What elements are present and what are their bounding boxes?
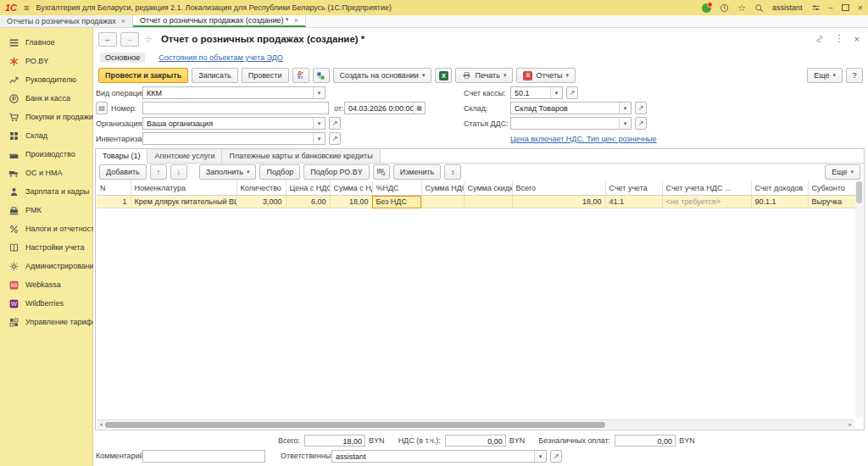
column-header-vat-rate[interactable]: %НДС <box>372 181 421 196</box>
tab-retail-report-create[interactable]: Отчет о розничных продажах (создание) * … <box>133 15 306 27</box>
scrollbar-thumb[interactable] <box>105 422 605 428</box>
move-row-down-button[interactable]: ↓ <box>170 164 187 180</box>
number-input[interactable] <box>142 102 329 114</box>
cell-subconto[interactable]: Выручка <box>808 196 859 208</box>
sidebar-item-pokupki-prodazhi[interactable]: Покупки и продажи <box>0 108 92 126</box>
export-excel-button[interactable]: X <box>435 68 452 83</box>
column-header-discount-amount[interactable]: Сумма скидки <box>464 181 512 196</box>
responsible-field[interactable]: assistant ▾ <box>331 450 547 463</box>
calendar-icon[interactable]: ▦ <box>413 103 425 114</box>
close-tab-icon[interactable]: × <box>121 17 125 25</box>
cell-quantity[interactable]: 3,000 <box>236 196 286 208</box>
create-based-on-button[interactable]: Создать на основании▾ <box>333 68 432 83</box>
cell-account[interactable]: 41.1 <box>605 196 662 208</box>
open-inventory-button[interactable]: ↗ <box>329 132 341 145</box>
help-button[interactable]: ? <box>846 68 863 83</box>
number-settings-button[interactable]: ▤ <box>96 102 108 114</box>
dds-article-field[interactable]: ▾ <box>510 117 632 130</box>
sidebar-item-administrirovanie[interactable]: Администрирование <box>0 257 92 275</box>
sidebar-item-wildberries[interactable]: W Wildberries <box>0 294 92 313</box>
search-icon[interactable] <box>754 3 764 13</box>
sidebar-item-rukovoditelyu[interactable]: Руководителю <box>0 70 92 89</box>
sidebar-item-roby[interactable]: РО.BY <box>0 52 92 70</box>
reports-button[interactable]: ≣Отчеты▾ <box>516 68 576 83</box>
column-header-vat-account[interactable]: Счет учета НДС ... <box>662 181 751 196</box>
write-button[interactable]: Записать <box>192 68 237 83</box>
table-more-button[interactable]: Еще▾ <box>825 164 860 180</box>
more-menu-icon[interactable]: ⋮ <box>835 33 844 44</box>
open-cash-account-button[interactable]: ↗ <box>566 86 578 99</box>
cell-vat-amount[interactable] <box>421 196 464 208</box>
column-header-account[interactable]: Счет учета <box>605 181 662 196</box>
sidebar-item-main[interactable]: Главное <box>0 33 92 52</box>
sidebar-item-bank-kassa[interactable]: Банк и касса <box>0 89 92 108</box>
tab-retail-reports-list[interactable]: Отчеты о розничных продажах × <box>0 15 133 27</box>
cell-vat-rate-current[interactable]: Без НДС <box>372 196 421 208</box>
barcode-scan-button[interactable] <box>373 164 390 180</box>
cell-n[interactable]: 1 <box>97 196 131 208</box>
scrollbar-thumb[interactable] <box>856 181 862 203</box>
price-includes-vat-link[interactable]: Цена включает НДС. Тип цен: розничные <box>510 135 657 143</box>
sidebar-item-proizvodstvo[interactable]: Производство <box>0 145 92 164</box>
tab-agent-services[interactable]: Агентские услуги <box>147 149 222 163</box>
current-user[interactable]: assistant <box>772 3 803 12</box>
nav-edo-states-link[interactable]: Состояния по объектам учета ЭДО <box>159 53 283 62</box>
maximize-button[interactable] <box>842 4 849 11</box>
column-header-quantity[interactable]: Количество <box>236 181 286 196</box>
history-icon[interactable] <box>720 3 729 13</box>
sidebar-item-webkassa[interactable]: Webkassa <box>0 275 92 294</box>
cell-amount-vat[interactable]: 18,00 <box>330 196 372 208</box>
sidebar-item-rmk[interactable]: РМК <box>0 201 92 219</box>
chevron-down-icon[interactable]: ▾ <box>619 103 631 114</box>
open-warehouse-button[interactable]: ↗ <box>635 102 647 114</box>
tab-payment-cards[interactable]: Платежные карты и банковские кредиты <box>222 149 380 163</box>
close-tab-icon[interactable]: × <box>294 16 298 25</box>
column-header-subconto[interactable]: Субконто <box>808 181 859 196</box>
open-organization-button[interactable]: ↗ <box>329 117 341 130</box>
pick-roby-button[interactable]: Подбор РО.BY <box>303 164 370 180</box>
main-menu-icon[interactable]: ≡ <box>24 3 29 13</box>
cell-nomenclature[interactable]: Крем длярук питательный BLOOM cosm... <box>131 196 236 208</box>
cash-account-field[interactable]: 50.1 ▾ <box>510 86 563 99</box>
more-button[interactable]: Еще▾ <box>807 68 843 83</box>
operation-type-select[interactable]: ККМ ▾ <box>142 86 326 99</box>
cell-discount-amount[interactable] <box>464 196 512 208</box>
vertical-scrollbar[interactable] <box>855 181 863 419</box>
sidebar-item-upravlenie-tarifom[interactable]: Управление тарифом <box>0 313 92 331</box>
service-notifications-icon[interactable] <box>702 3 711 13</box>
close-form-button[interactable]: × <box>854 34 860 44</box>
chevron-down-icon[interactable]: ▾ <box>550 87 562 98</box>
settings-lines-icon[interactable] <box>811 3 821 13</box>
back-button[interactable]: ← <box>98 32 117 47</box>
inventory-field[interactable]: ▾ <box>142 132 326 145</box>
post-and-close-button[interactable]: Провести и закрыть <box>98 68 188 83</box>
edit-row-button[interactable]: Изменить <box>393 164 442 180</box>
sidebar-item-nastroyki-ucheta[interactable]: Настройки учета <box>0 238 92 257</box>
post-button[interactable]: Провести <box>242 68 289 83</box>
print-button[interactable]: Печать▾ <box>455 68 513 83</box>
column-header-income-account[interactable]: Счет доходов <box>751 181 808 196</box>
column-header-nomenclature[interactable]: Номенклатура <box>131 181 236 196</box>
date-input[interactable]: 04.03.2026 0:00:00 ▦ <box>344 102 426 114</box>
sidebar-item-sklad[interactable]: Склад <box>0 126 92 145</box>
document-structure-button[interactable] <box>313 68 330 83</box>
cell-income-account[interactable]: 90.1.1 <box>751 196 808 208</box>
open-responsible-button[interactable]: ↗ <box>550 450 562 463</box>
column-header-vat-amount[interactable]: Сумма НДС <box>421 181 464 196</box>
sidebar-item-nalogi-otchetnost[interactable]: Налоги и отчетность <box>0 219 92 238</box>
move-row-up-button[interactable]: ↑ <box>150 164 167 180</box>
close-window-button[interactable]: × <box>858 3 863 13</box>
chevron-down-icon[interactable]: ▾ <box>534 451 546 462</box>
column-header-amount-vat[interactable]: Сумма с НДС <box>330 181 372 196</box>
comment-input[interactable] <box>142 450 265 463</box>
cell-vat-account[interactable]: <не требуется> <box>662 196 751 208</box>
chevron-down-icon[interactable]: ▾ <box>313 87 325 98</box>
get-link-icon[interactable] <box>815 34 825 44</box>
tab-goods[interactable]: Товары (1) <box>96 149 147 164</box>
column-header-price-vat[interactable]: Цена с НДС <box>286 181 330 196</box>
column-header-n[interactable]: N <box>97 181 131 196</box>
show-postings-button[interactable]: ДтКт <box>292 68 309 83</box>
scroll-right-icon[interactable]: ▸ <box>846 421 854 428</box>
sidebar-item-os-nma[interactable]: ОС и НМА <box>0 164 92 182</box>
cell-price-vat[interactable]: 6,00 <box>286 196 330 208</box>
